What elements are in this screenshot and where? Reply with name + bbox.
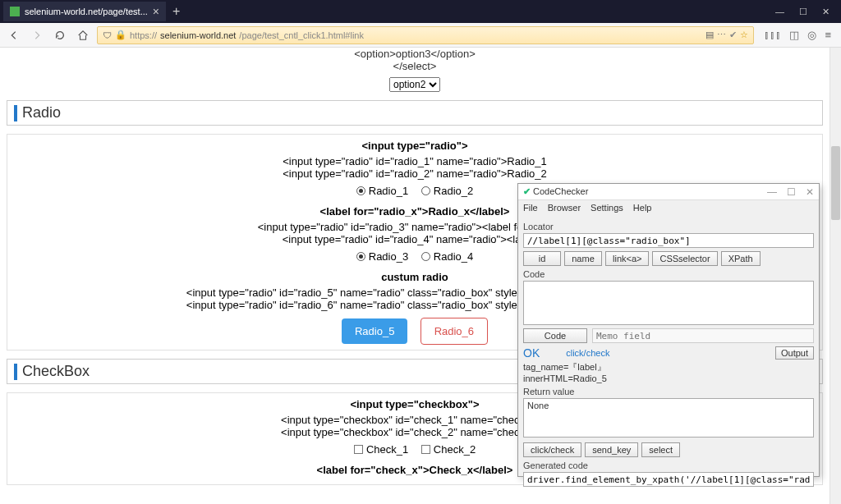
return-value-box: None	[523, 398, 814, 438]
check-2[interactable]: Check_2	[421, 443, 476, 456]
account-icon[interactable]: ◎	[807, 29, 816, 41]
section-accent-bar	[14, 364, 17, 380]
dialog-close-icon[interactable]: ✕	[806, 186, 814, 198]
code-line: </select>	[7, 60, 823, 72]
dialog-titlebar[interactable]: ✔ CodeChecker — ☐ ✕	[518, 184, 819, 200]
browser-titlebar: selenium-world.net/page/test... × + — ☐ …	[0, 0, 841, 23]
check-1[interactable]: Check_1	[354, 443, 408, 456]
radio-4[interactable]: Radio_4	[421, 250, 473, 263]
shield-icon: 🛡	[103, 30, 112, 40]
section-title: Radio	[22, 104, 61, 121]
lock-icon: 🔒	[115, 30, 126, 40]
section-title: CheckBox	[22, 363, 90, 380]
code-textarea[interactable]	[523, 281, 814, 325]
menu-file[interactable]: File	[523, 203, 538, 213]
maximize-icon[interactable]: ☐	[799, 7, 807, 17]
memo-field[interactable]	[592, 328, 814, 343]
block-caption: <input type="radio">	[7, 140, 822, 152]
code-button[interactable]: Code	[523, 328, 587, 343]
back-button[interactable]	[5, 26, 23, 44]
new-tab-button[interactable]: +	[166, 4, 186, 19]
radio-2[interactable]: Radio_2	[421, 185, 473, 197]
url-path: /page/test_cntl_click1.html#link	[239, 30, 364, 40]
return-label: Return value	[523, 387, 814, 396]
star-icon[interactable]: ☆	[740, 30, 748, 40]
btn-id[interactable]: id	[523, 251, 561, 266]
url-menu-icon[interactable]: ⋯	[717, 30, 726, 40]
radio-5-button[interactable]: Radio_5	[342, 318, 407, 344]
radio-icon	[421, 186, 430, 195]
code-line: <input type="radio" id="radio_1" name="r…	[7, 155, 822, 167]
code-line: <input type="radio" id="radio_2" name="r…	[7, 167, 822, 180]
tab-favicon	[10, 7, 20, 16]
section-accent-bar	[14, 105, 17, 121]
close-window-icon[interactable]: ✕	[822, 7, 830, 17]
btn-link[interactable]: link<a>	[605, 251, 649, 266]
menu-settings[interactable]: Settings	[591, 203, 623, 213]
radio-6-button[interactable]: Radio_6	[420, 318, 488, 345]
btn-name[interactable]: name	[564, 251, 602, 266]
address-bar: 🛡 🔒 https://selenium-world.net/page/test…	[0, 23, 841, 48]
clickcheck-link[interactable]: click/check	[566, 348, 609, 358]
generated-label: Generated code	[523, 460, 814, 470]
url-field[interactable]: 🛡 🔒 https://selenium-world.net/page/test…	[97, 26, 754, 44]
forward-button[interactable]	[28, 26, 46, 44]
radio-icon	[421, 252, 430, 261]
minimize-icon[interactable]: —	[775, 7, 784, 17]
reload-button[interactable]	[51, 26, 69, 44]
ok-status: OK	[523, 346, 540, 360]
reader-icon[interactable]: ▤	[705, 30, 714, 40]
dialog-title: CodeChecker	[533, 186, 588, 196]
checkbox-icon	[354, 445, 363, 454]
browser-tab[interactable]: selenium-world.net/page/test... ×	[3, 2, 166, 21]
tab-title: selenium-world.net/page/test...	[25, 7, 148, 16]
url-protocol: https://	[130, 30, 157, 40]
btn-select[interactable]: select	[641, 442, 680, 457]
close-tab-icon[interactable]: ×	[153, 5, 159, 18]
radio-icon	[356, 186, 365, 195]
codechecker-dialog: ✔ CodeChecker — ☐ ✕ File Browser Setting…	[517, 183, 820, 477]
inner-line: innerHTML=Radio_5	[523, 373, 814, 383]
btn-clickcheck[interactable]: click/check	[523, 442, 581, 457]
btn-css[interactable]: CSSselector	[652, 251, 717, 266]
section-radio: Radio	[7, 100, 823, 126]
dialog-minimize-icon[interactable]: —	[767, 186, 777, 198]
tag-line: tag_name=『label』	[523, 361, 814, 373]
locator-input[interactable]	[523, 233, 814, 248]
scrollbar[interactable]	[830, 48, 841, 504]
url-domain: selenium-world.net	[160, 30, 236, 40]
scrollbar-thumb[interactable]	[831, 146, 840, 220]
select-option2[interactable]: option2	[389, 77, 440, 92]
output-button[interactable]: Output	[775, 346, 814, 360]
library-icon[interactable]: ⫿⫿⫿	[764, 29, 781, 41]
checkbox-icon	[421, 445, 430, 454]
code-label: Code	[523, 269, 814, 279]
menu-icon[interactable]: ≡	[825, 29, 831, 41]
home-button[interactable]	[74, 26, 92, 44]
radio-1[interactable]: Radio_1	[356, 185, 408, 197]
locator-label: Locator	[523, 222, 814, 231]
radio-3[interactable]: Radio_3	[356, 250, 408, 263]
btn-xpath[interactable]: XPath	[721, 251, 761, 266]
radio-icon	[356, 252, 365, 261]
code-line: <option>option3</option>	[7, 48, 823, 60]
menu-browser[interactable]: Browser	[548, 203, 581, 213]
menu-help[interactable]: Help	[633, 203, 652, 213]
sidebar-icon[interactable]: ◫	[789, 29, 799, 41]
dialog-maximize-icon[interactable]: ☐	[787, 186, 796, 198]
dialog-menu: File Browser Settings Help	[518, 200, 819, 215]
app-icon: ✔	[523, 186, 531, 196]
pocket-icon[interactable]: ✔	[729, 30, 737, 40]
generated-code-input[interactable]	[523, 472, 814, 487]
btn-sendkey[interactable]: send_key	[585, 442, 638, 457]
